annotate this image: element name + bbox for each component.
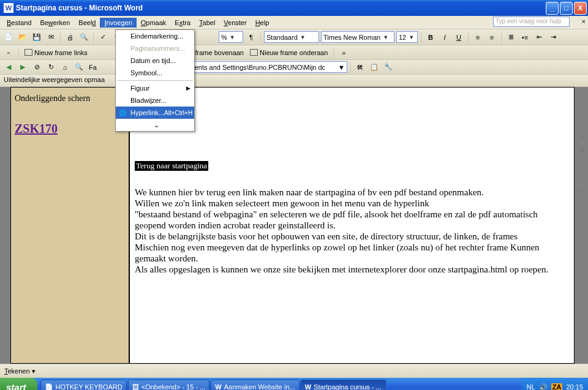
frame-bottom-button[interactable]: Nieuw frame onderaan bbox=[248, 47, 330, 59]
menubar: Bestand Bewerken Beeld Invoegen Opmaak E… bbox=[0, 16, 588, 29]
doc-close-button[interactable]: × bbox=[582, 18, 586, 25]
preview-icon[interactable]: 🔍 bbox=[78, 31, 90, 43]
new-doc-icon[interactable]: 📄 bbox=[2, 31, 15, 43]
lang-indicator[interactable]: NL bbox=[527, 383, 535, 390]
mail-icon[interactable]: ✉ bbox=[45, 31, 57, 43]
sidetool-6[interactable]: ⊟ bbox=[576, 158, 586, 168]
tekenen-label[interactable]: Tekenen ▾ bbox=[2, 367, 37, 375]
system-tray[interactable]: NL 🔊 ZA 20:15 bbox=[522, 378, 588, 390]
bold-button[interactable]: B bbox=[424, 31, 437, 43]
menu-item-eindemarkering[interactable]: Eindemarkering... bbox=[116, 30, 194, 42]
frame-left-button[interactable]: Nieuw frame links bbox=[23, 47, 89, 59]
window-title: Startpagina cursus - Microsoft Word bbox=[16, 4, 143, 12]
menu-bestand[interactable]: Bestand bbox=[2, 18, 36, 28]
menu-extra[interactable]: Extra bbox=[170, 18, 195, 28]
open-icon[interactable]: 📂 bbox=[17, 31, 29, 43]
drawing-toolbar: Tekenen ▾ bbox=[0, 364, 588, 378]
titlebar: W Startpagina cursus - Microsoft Word _ … bbox=[0, 0, 588, 16]
italic-button[interactable]: I bbox=[439, 31, 451, 43]
zoom-combo[interactable]: %▼ bbox=[219, 31, 243, 43]
sidetool-4[interactable]: ◉ bbox=[576, 131, 586, 141]
minimize-button[interactable]: _ bbox=[546, 2, 559, 15]
sidetool-3[interactable]: ☑ bbox=[576, 118, 586, 127]
menu-venster[interactable]: Venster bbox=[219, 18, 251, 28]
home-icon[interactable]: ⌂ bbox=[59, 61, 71, 73]
taskbar: start 📄HOTKEY KEYBOARD 🖼<Onbekend> - 15 … bbox=[0, 378, 588, 390]
sidetool-11[interactable]: ¶ bbox=[576, 225, 586, 235]
print-icon[interactable]: 🖨 bbox=[64, 31, 76, 43]
tool-icon[interactable]: ▫ bbox=[2, 47, 15, 59]
stop-icon[interactable]: ⊘ bbox=[31, 61, 43, 73]
address-box[interactable]: ocuments and Settings\Bruno.PCBRUNO\Mijn… bbox=[176, 61, 347, 73]
menu-item-hyperlink[interactable]: 🌐Hyperlink...Alt+Ctrl+H bbox=[116, 107, 194, 119]
menu-item-paginanummers: Paginanummers... bbox=[116, 42, 194, 54]
menu-beeld[interactable]: Beeld bbox=[74, 18, 100, 28]
right-frame[interactable]: Terug naar startpagina We kunnen hier bv… bbox=[129, 87, 575, 364]
refresh-icon[interactable]: ↻ bbox=[45, 61, 57, 73]
align-center-icon[interactable]: ≡ bbox=[486, 31, 498, 43]
indent-icon[interactable]: ⇥ bbox=[547, 31, 559, 43]
more-icon[interactable]: » bbox=[337, 47, 350, 59]
tool1-icon[interactable]: 🛠 bbox=[354, 61, 366, 73]
back-icon[interactable]: ◀ bbox=[2, 61, 15, 73]
sidetool-5[interactable]: ▦ bbox=[576, 144, 586, 154]
sidetool-8[interactable]: ⊞ bbox=[576, 185, 586, 195]
menu-item-datum-tijd[interactable]: Datum en tijd... bbox=[116, 54, 194, 67]
sidetool-1[interactable]: ✎ bbox=[576, 91, 586, 100]
start-button[interactable]: start bbox=[0, 378, 37, 390]
tray-icon-2[interactable]: ZA bbox=[551, 383, 563, 390]
tray-icon-1[interactable]: 🔊 bbox=[539, 383, 548, 391]
sidetool-9[interactable]: A bbox=[576, 198, 586, 208]
close-button[interactable]: X bbox=[574, 2, 587, 15]
maximize-button[interactable]: □ bbox=[560, 2, 573, 15]
task-aanmaken[interactable]: WAanmaken Website in... bbox=[211, 380, 299, 390]
clock[interactable]: 20:15 bbox=[566, 383, 583, 390]
left-heading: Onderliggende schern bbox=[15, 94, 125, 103]
spelling-icon[interactable]: ✓ bbox=[97, 31, 109, 43]
task-startpagina[interactable]: WStartpagina cursus - ... bbox=[301, 380, 386, 390]
menu-opmaak[interactable]: Opmaak bbox=[137, 18, 171, 28]
underline-button[interactable]: U bbox=[453, 31, 465, 43]
font-combo[interactable]: Times New Roman▼ bbox=[321, 31, 394, 43]
tool2-icon[interactable]: 📋 bbox=[368, 61, 380, 73]
bullets-icon[interactable]: •≡ bbox=[519, 31, 531, 43]
left-frame[interactable]: Onderliggende schern ZSK170 bbox=[10, 87, 129, 364]
sidetool-7[interactable]: ◇ bbox=[576, 171, 586, 181]
menu-separator bbox=[117, 80, 193, 81]
help-search-box[interactable]: Typ een vraag voor hulp bbox=[493, 17, 570, 27]
numbering-icon[interactable]: ≣ bbox=[505, 31, 517, 43]
sidetool-10[interactable]: ⌁ bbox=[576, 212, 586, 222]
selected-link-text[interactable]: Terug naar startpagina bbox=[135, 161, 208, 171]
web-toolbar: ◀ ▶ ⊘ ↻ ⌂ 🔍 Fa ocuments and Settings\Bru… bbox=[0, 60, 588, 75]
sidetool-2[interactable]: ▭ bbox=[576, 104, 586, 114]
outdent-icon[interactable]: ⇤ bbox=[533, 31, 545, 43]
markup-infobar: Uiteindelijke weergegeven opmaa bbox=[0, 75, 588, 87]
menu-item-bladwijzer[interactable]: Bladwijzer... bbox=[116, 94, 194, 107]
task-onbekend[interactable]: 🖼<Onbekend> - 15 - ... bbox=[128, 380, 210, 390]
task-hotkey[interactable]: 📄HOTKEY KEYBOARD bbox=[40, 380, 127, 390]
app-icon: W bbox=[4, 3, 13, 13]
invoegen-dropdown: Eindemarkering... Paginanummers... Datum… bbox=[115, 29, 195, 132]
favorites-label[interactable]: Fa bbox=[87, 64, 99, 71]
tool3-icon[interactable]: 🔧 bbox=[382, 61, 394, 73]
menu-invoegen[interactable]: Invoegen bbox=[100, 18, 136, 28]
style-combo[interactable]: Standaard▼ bbox=[264, 31, 319, 43]
align-left-icon[interactable]: ≡ bbox=[472, 31, 484, 43]
save-icon[interactable]: 💾 bbox=[31, 31, 43, 43]
menu-item-figuur[interactable]: Figuur▶ bbox=[116, 82, 194, 94]
forward-icon[interactable]: ▶ bbox=[17, 61, 29, 73]
body-text[interactable]: We kunnen hier bv terug een link maken n… bbox=[135, 187, 562, 275]
fontsize-combo[interactable]: 12▼ bbox=[396, 31, 418, 43]
menu-item-symbool[interactable]: Symbool... bbox=[116, 67, 194, 79]
search-web-icon[interactable]: 🔍 bbox=[73, 61, 85, 73]
frames-toolbar: ▫ Nieuw frame links ieuw frame bovenaan … bbox=[0, 45, 588, 60]
menu-help[interactable]: Help bbox=[251, 18, 274, 28]
menu-bewerken[interactable]: Bewerken bbox=[36, 18, 74, 28]
side-toolbar: ✎ ▭ ☑ ◉ ▦ ⊟ ◇ ⊞ A ⌁ ¶ bbox=[576, 91, 587, 235]
zsk-link[interactable]: ZSK170 bbox=[15, 122, 125, 136]
document-area: Onderliggende schern ZSK170 Terug naar s… bbox=[0, 87, 588, 364]
standard-toolbar: 📄 📂 💾 ✉ 🖨 🔍 ✓ ✂ %▼ ¶ Standaard▼ Times Ne… bbox=[0, 29, 588, 45]
paragraph-icon[interactable]: ¶ bbox=[245, 31, 257, 43]
menu-tabel[interactable]: Tabel bbox=[195, 18, 219, 28]
menu-expand[interactable]: ⌄ bbox=[116, 119, 194, 131]
